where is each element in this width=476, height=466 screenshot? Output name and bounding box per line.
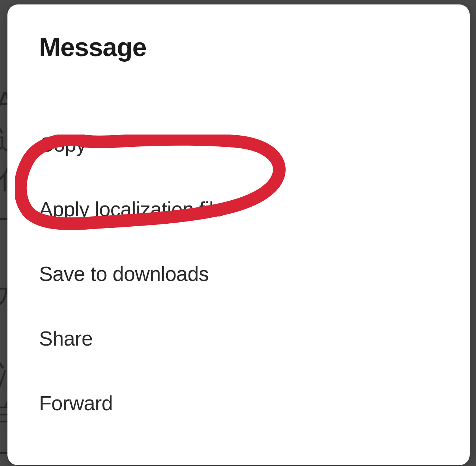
menu-item-apply-localization-file[interactable]: Apply localization file [39, 177, 438, 242]
menu-item-share[interactable]: Share [39, 306, 438, 371]
menu-item-copy[interactable]: Copy [39, 112, 438, 177]
dialog-title: Message [39, 32, 438, 62]
menu-item-forward[interactable]: Forward [39, 371, 438, 436]
menu-item-save-to-downloads[interactable]: Save to downloads [39, 242, 438, 306]
message-context-menu: Message Copy Apply localization file Sav… [7, 4, 470, 465]
